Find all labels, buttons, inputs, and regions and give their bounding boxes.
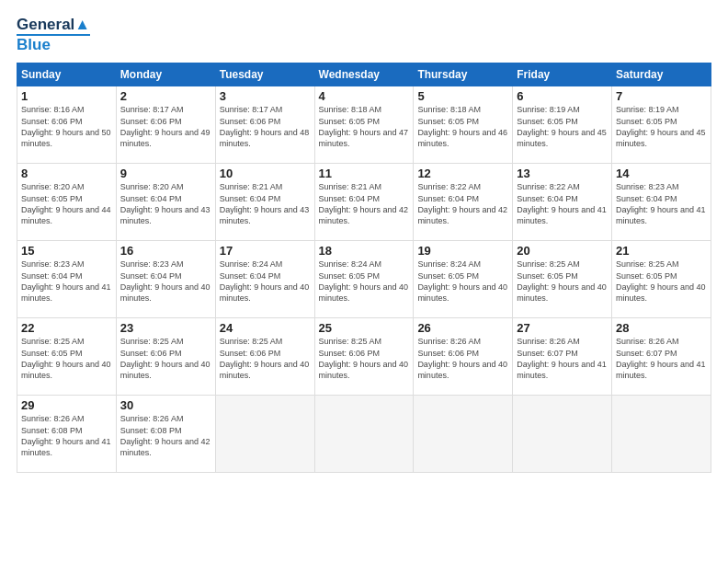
day-number: 21	[616, 244, 707, 258]
calendar-week-row-1: 1Sunrise: 8:16 AMSunset: 6:06 PMDaylight…	[17, 86, 711, 164]
day-info: Sunrise: 8:20 AMSunset: 6:04 PMDaylight:…	[120, 181, 211, 226]
calendar-week-row-5: 29Sunrise: 8:26 AMSunset: 6:08 PMDayligh…	[17, 396, 711, 473]
day-info: Sunrise: 8:18 AMSunset: 6:05 PMDaylight:…	[319, 104, 410, 149]
day-info: Sunrise: 8:22 AMSunset: 6:04 PMDaylight:…	[417, 181, 508, 226]
calendar-cell: 26Sunrise: 8:26 AMSunset: 6:06 PMDayligh…	[414, 318, 513, 396]
calendar-cell: 28Sunrise: 8:26 AMSunset: 6:07 PMDayligh…	[612, 318, 711, 396]
weekday-header-row: SundayMondayTuesdayWednesdayThursdayFrid…	[17, 63, 711, 86]
calendar-cell	[414, 396, 513, 473]
calendar-cell: 29Sunrise: 8:26 AMSunset: 6:08 PMDayligh…	[17, 396, 117, 473]
day-number: 9	[120, 167, 211, 180]
calendar-cell: 7Sunrise: 8:19 AMSunset: 6:05 PMDaylight…	[612, 86, 711, 164]
calendar-cell: 27Sunrise: 8:26 AMSunset: 6:07 PMDayligh…	[513, 318, 612, 396]
calendar-cell: 13Sunrise: 8:22 AMSunset: 6:04 PMDayligh…	[513, 164, 612, 241]
day-number: 4	[319, 89, 410, 103]
day-number: 12	[417, 167, 508, 180]
day-number: 29	[21, 398, 112, 412]
day-number: 8	[21, 167, 112, 180]
calendar-cell: 21Sunrise: 8:25 AMSunset: 6:05 PMDayligh…	[612, 241, 711, 318]
calendar-cell: 5Sunrise: 8:18 AMSunset: 6:05 PMDaylight…	[414, 86, 513, 164]
day-info: Sunrise: 8:23 AMSunset: 6:04 PMDaylight:…	[120, 259, 211, 304]
day-info: Sunrise: 8:25 AMSunset: 6:06 PMDaylight:…	[220, 336, 311, 381]
weekday-header-monday: Monday	[116, 63, 215, 86]
calendar-week-row-4: 22Sunrise: 8:25 AMSunset: 6:05 PMDayligh…	[17, 318, 711, 396]
calendar-cell	[314, 396, 414, 473]
weekday-header-saturday: Saturday	[612, 63, 711, 86]
day-info: Sunrise: 8:25 AMSunset: 6:06 PMDaylight:…	[120, 336, 211, 381]
logo: General▲ Blue	[17, 17, 90, 53]
calendar-cell: 9Sunrise: 8:20 AMSunset: 6:04 PMDaylight…	[116, 164, 215, 241]
calendar-cell	[612, 396, 711, 473]
day-number: 30	[120, 398, 211, 412]
weekday-header-friday: Friday	[513, 63, 612, 86]
calendar-cell	[513, 396, 612, 473]
day-number: 16	[120, 244, 211, 258]
calendar-cell: 3Sunrise: 8:17 AMSunset: 6:06 PMDaylight…	[215, 86, 314, 164]
day-info: Sunrise: 8:16 AMSunset: 6:06 PMDaylight:…	[21, 104, 112, 149]
day-number: 7	[616, 89, 707, 103]
day-info: Sunrise: 8:17 AMSunset: 6:06 PMDaylight:…	[220, 104, 311, 149]
calendar-week-row-2: 8Sunrise: 8:20 AMSunset: 6:05 PMDaylight…	[17, 164, 711, 241]
day-info: Sunrise: 8:19 AMSunset: 6:05 PMDaylight:…	[616, 104, 707, 149]
calendar-cell: 14Sunrise: 8:23 AMSunset: 6:04 PMDayligh…	[612, 164, 711, 241]
day-info: Sunrise: 8:26 AMSunset: 6:08 PMDaylight:…	[21, 413, 112, 458]
calendar-cell: 16Sunrise: 8:23 AMSunset: 6:04 PMDayligh…	[116, 241, 215, 318]
day-info: Sunrise: 8:26 AMSunset: 6:07 PMDaylight:…	[616, 336, 707, 381]
calendar-week-row-3: 15Sunrise: 8:23 AMSunset: 6:04 PMDayligh…	[17, 241, 711, 318]
logo-general: General▲	[17, 17, 90, 34]
day-number: 27	[517, 321, 608, 335]
day-number: 13	[517, 167, 608, 180]
day-info: Sunrise: 8:20 AMSunset: 6:05 PMDaylight:…	[21, 181, 112, 226]
calendar-cell: 2Sunrise: 8:17 AMSunset: 6:06 PMDaylight…	[116, 86, 215, 164]
calendar-cell: 30Sunrise: 8:26 AMSunset: 6:08 PMDayligh…	[116, 396, 215, 473]
weekday-header-tuesday: Tuesday	[215, 63, 314, 86]
calendar-cell: 22Sunrise: 8:25 AMSunset: 6:05 PMDayligh…	[17, 318, 117, 396]
day-info: Sunrise: 8:24 AMSunset: 6:05 PMDaylight:…	[319, 259, 410, 304]
day-number: 1	[21, 89, 112, 103]
day-info: Sunrise: 8:18 AMSunset: 6:05 PMDaylight:…	[417, 104, 508, 149]
day-number: 14	[616, 167, 707, 180]
calendar-cell: 4Sunrise: 8:18 AMSunset: 6:05 PMDaylight…	[314, 86, 414, 164]
weekday-header-thursday: Thursday	[414, 63, 513, 86]
calendar-cell: 15Sunrise: 8:23 AMSunset: 6:04 PMDayligh…	[17, 241, 117, 318]
day-info: Sunrise: 8:25 AMSunset: 6:06 PMDaylight:…	[319, 336, 410, 381]
day-info: Sunrise: 8:26 AMSunset: 6:08 PMDaylight:…	[120, 413, 211, 458]
calendar-cell: 1Sunrise: 8:16 AMSunset: 6:06 PMDaylight…	[17, 86, 117, 164]
day-number: 11	[319, 167, 410, 180]
calendar-cell: 24Sunrise: 8:25 AMSunset: 6:06 PMDayligh…	[215, 318, 314, 396]
day-info: Sunrise: 8:25 AMSunset: 6:05 PMDaylight:…	[21, 336, 112, 381]
day-number: 25	[319, 321, 410, 335]
day-number: 6	[517, 89, 608, 103]
day-number: 28	[616, 321, 707, 335]
day-number: 17	[220, 244, 311, 258]
day-number: 15	[21, 244, 112, 258]
calendar-cell: 20Sunrise: 8:25 AMSunset: 6:05 PMDayligh…	[513, 241, 612, 318]
day-number: 23	[120, 321, 211, 335]
weekday-header-wednesday: Wednesday	[314, 63, 414, 86]
day-info: Sunrise: 8:25 AMSunset: 6:05 PMDaylight:…	[616, 259, 707, 304]
day-info: Sunrise: 8:24 AMSunset: 6:04 PMDaylight:…	[220, 259, 311, 304]
day-number: 20	[517, 244, 608, 258]
day-number: 18	[319, 244, 410, 258]
calendar-cell: 19Sunrise: 8:24 AMSunset: 6:05 PMDayligh…	[414, 241, 513, 318]
calendar-cell: 12Sunrise: 8:22 AMSunset: 6:04 PMDayligh…	[414, 164, 513, 241]
day-info: Sunrise: 8:22 AMSunset: 6:04 PMDaylight:…	[517, 181, 608, 226]
calendar-cell: 18Sunrise: 8:24 AMSunset: 6:05 PMDayligh…	[314, 241, 414, 318]
weekday-header-sunday: Sunday	[17, 63, 117, 86]
calendar-table: SundayMondayTuesdayWednesdayThursdayFrid…	[17, 63, 711, 473]
calendar-cell	[215, 396, 314, 473]
day-number: 10	[220, 167, 311, 180]
header: General▲ Blue	[17, 17, 711, 53]
day-info: Sunrise: 8:25 AMSunset: 6:05 PMDaylight:…	[517, 259, 608, 304]
day-number: 26	[417, 321, 508, 335]
day-number: 22	[21, 321, 112, 335]
logo-blue: Blue	[17, 34, 90, 54]
day-info: Sunrise: 8:23 AMSunset: 6:04 PMDaylight:…	[21, 259, 112, 304]
day-info: Sunrise: 8:26 AMSunset: 6:07 PMDaylight:…	[517, 336, 608, 381]
day-info: Sunrise: 8:23 AMSunset: 6:04 PMDaylight:…	[616, 181, 707, 226]
calendar-cell: 8Sunrise: 8:20 AMSunset: 6:05 PMDaylight…	[17, 164, 117, 241]
day-number: 2	[120, 89, 211, 103]
day-number: 24	[220, 321, 311, 335]
page: General▲ Blue SundayMondayTuesdayWednesd…	[0, 0, 728, 563]
day-info: Sunrise: 8:24 AMSunset: 6:05 PMDaylight:…	[417, 259, 508, 304]
